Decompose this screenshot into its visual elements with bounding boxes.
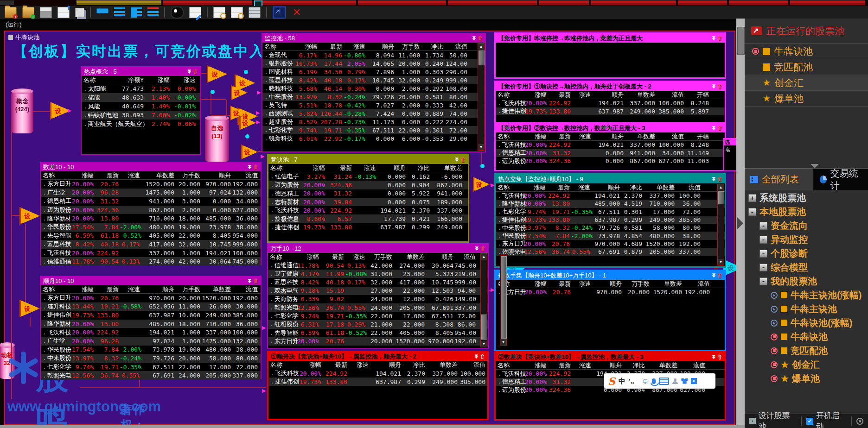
panel-jiankong[interactable]: 监控池 - 58▼▼⇧名称涨幅最新涨速顺舟万手数净比流值金现代6.17%14.9… [262,33,486,152]
checkbox-icon[interactable]: ✓ [806,418,813,425]
table-row[interactable]: 德恩精工20.00%31.320.000941.00034.00011.149 [496,149,725,157]
collapse-icon[interactable]: ▼▼ [711,177,716,181]
search-list-icon[interactable] [231,7,243,18]
keyboard-icon[interactable] [659,378,669,385]
table-row[interactable]: 隆华新材20.00%13.80710.00018.000485.00036.00… [41,214,261,223]
col-header[interactable]: 万手数 [623,280,651,288]
col-header[interactable]: 流值 [678,361,706,370]
col-header[interactable]: 顺舟 [591,183,621,192]
sidebar-collapse-icon[interactable] [737,217,743,230]
col-header[interactable]: 涨速 [120,171,141,180]
tree-item[interactable]: -资金流向 [745,219,868,233]
col-header[interactable]: 涨速 [572,280,592,288]
render-gem-icon[interactable] [171,6,184,19]
col-header[interactable]: 涨速 [571,183,591,192]
collapse-icon[interactable]: ▼▼ [473,355,479,359]
mini-pool-window[interactable]: 匹 名 [723,138,737,171]
panel-pD[interactable]: 热点交集【监控池+顺舟10】 - 9▼▼⇧名称涨幅最新涨速顺舟净比单数差流值飞沃… [494,173,726,268]
setting-node-icon[interactable]: 设 [473,177,490,192]
table-row[interactable]: 广生堂20.00%96.281475.0001.00097.024132.000 [41,189,261,197]
col-header[interactable]: 万手数 [175,285,201,294]
design-pool-button[interactable]: 设计股票池 [749,410,796,428]
table-row[interactable]: 弘信电子3.27%31.24-0.13%0.0000.162-6.000 [268,172,468,181]
tree-toggle-icon[interactable]: - [760,264,767,271]
table-row[interactable]: 天海防务0.33%9.0224.00012.0000.426149.00 [268,295,488,303]
col-header[interactable]: 名称 [268,253,297,261]
table-row[interactable]: 东方日升20.00%20.761520.00020.000970.000192.… [41,180,261,189]
col-header[interactable]: 单数差 [646,361,678,370]
table-row[interactable]: 广生堂20.00%96.2897.0241.0001475.000132.000 [41,337,261,346]
col-header[interactable]: 最新 [95,171,120,180]
col-header[interactable]: 最新 [318,43,343,51]
table-row[interactable]: 银邦股份10.73%17.442.05%14.06520.0000.240124… [262,59,485,68]
col-header[interactable]: 流值 [444,43,468,51]
table-row[interactable]: 七彩化学9.74%19.71-0.35%22.00017.00067.51172… [268,312,488,320]
col-header[interactable]: 净比 [621,183,643,192]
align-right-icon[interactable] [147,7,159,18]
collapse-icon[interactable]: ▼▼ [711,37,716,40]
table-row[interactable]: 迈为股份20.00%324.36867.0002.0000.000627.000 [41,206,261,214]
tree-item[interactable]: ★创金汇 [745,358,868,371]
move-up-icon[interactable]: ⇧ [717,176,722,183]
col-header[interactable]: 涨幅 [524,91,548,99]
col-header[interactable]: 流值 [683,280,711,288]
col-header[interactable]: 涨幅 [298,361,322,369]
table-row[interactable]: 太阳能77.4732.13%0.00% [82,84,200,93]
col-header[interactable]: 流值 [232,171,259,180]
table-row[interactable]: 西测测试5.82%126.44-0.28%7.4240.0000.88974.0… [262,109,485,118]
table-row[interactable]: 卫宁健康4.17%11.99-0.08%31.00023.0005.323219… [268,270,488,278]
table-row[interactable]: 信维通信11.78%90.540.13%274.00042.00030.0647… [41,257,261,266]
col-header[interactable]: 最新 [548,280,572,288]
col-header[interactable]: 顺舟 [377,164,407,172]
col-header[interactable]: 涨幅 [297,253,320,261]
setting-node-icon[interactable]: 设 [231,85,248,100]
table-row[interactable]: 志特新材20.00%39.840.0000.075189.000 [268,198,468,206]
tree-toggle-icon[interactable]: - [760,250,767,258]
collapse-icon[interactable]: ▼▼ [454,158,459,162]
pool-cylinder-node[interactable]: 动板32 [0,345,15,379]
col-header[interactable]: 涨速 [353,164,377,172]
col-header[interactable]: 最新 [320,253,345,261]
col-header[interactable]: 单数差 [643,183,676,192]
col-header[interactable]: 流值 [656,132,685,141]
move-up-icon[interactable]: ⇧ [717,35,722,42]
pool-cylinder-node[interactable]: 自选(13) [205,118,229,162]
collapse-icon[interactable]: ▼▼ [247,165,252,169]
col-header[interactable]: 单数差 [625,91,656,99]
col-header[interactable]: 涨幅 [293,43,318,51]
copy-icon[interactable] [75,8,84,17]
col-header[interactable]: 名称 [262,43,293,51]
move-up-icon[interactable]: ⇧ [460,157,466,163]
move-up-icon[interactable]: ⇧ [717,125,722,132]
move-up-icon[interactable]: ⇧ [192,69,198,75]
table-row[interactable]: 德恩精工20.00%31.32941.0003.0000.00034.000 [41,197,261,206]
tree-item[interactable]: -个股诊断 [745,246,868,260]
table-row[interactable]: 捷佳伟创19.73%133.80637.9870.299249.000 [268,223,468,232]
column-list-icon[interactable] [249,7,261,18]
tree-toggle-icon[interactable]: - [760,236,767,244]
tree-toggle-icon[interactable]: - [760,222,767,230]
panel-pE[interactable]: 舟数手集【顺舟10+数差10+万手10】 - 1▼▼⇧名称涨幅最新涨速顺舟万手数… [494,270,726,351]
table-row[interactable]: 飞沃科技20.00%224.92194.021337.000100.0008.2… [496,99,725,107]
table-row[interactable]: 双杰电气9.28%15.1927.00022.00012.50394.00 [268,287,488,295]
tree-toggle-icon[interactable]: - [748,208,756,216]
table-row[interactable]: 英飞特5.51%18.78-0.42%7.0272.0000.33342.00 [262,101,485,109]
col-header[interactable]: 顺舟 [592,132,625,141]
panel-pB[interactable]: 【竞价专用】①顺诀控→顺控池内，顺舟处于创板最大 - 2▼▼⇧名称涨幅最新涨速顺… [494,81,726,124]
col-header[interactable]: 涨幅 [524,132,548,141]
collapse-icon[interactable]: ▼▼ [711,85,716,88]
open-pool-folder-icon[interactable]: + [5,7,17,18]
running-pool-item[interactable]: ★创金汇 [745,75,868,91]
table-row[interactable]: 风能40.6491.49%-0.01% [82,102,200,111]
tree-toggle-icon[interactable]: - [760,277,767,285]
table-row[interactable]: 先导智能6.59%61.18-0.52%405.00022.0008.40595… [41,232,261,240]
col-header[interactable]: 涨速 [572,132,592,141]
col-header[interactable]: 顺舟 [592,91,625,99]
move-up-icon[interactable]: ⇧ [717,354,722,360]
col-header[interactable]: 名称 [82,76,118,84]
move-up-icon[interactable]: ⇧ [717,83,722,90]
col-header[interactable]: 净比 [421,43,444,51]
save-icon[interactable] [40,7,52,18]
col-header[interactable]: 万手数 [175,171,201,180]
running-pool-item[interactable]: 牛犇诀池 [745,44,868,59]
